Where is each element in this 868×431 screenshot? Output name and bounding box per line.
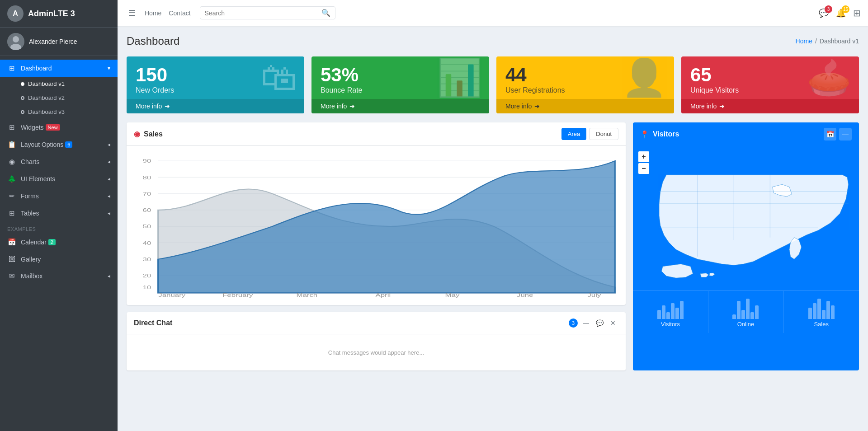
visitors-mini-chart bbox=[640, 296, 701, 319]
sidebar-item-tables[interactable]: ⊞ Tables ◂ bbox=[0, 205, 118, 222]
zoom-in-button[interactable]: + bbox=[638, 151, 649, 162]
search-input[interactable] bbox=[205, 9, 319, 17]
svg-text:January: January bbox=[158, 292, 186, 298]
info-box-orders: 150 New Orders 🛍 More info ➜ bbox=[127, 56, 304, 113]
count-badge: 6 bbox=[65, 141, 72, 148]
breadcrumb-current: Dashboard v1 bbox=[820, 37, 859, 45]
bar-chart-icon: 📊 bbox=[437, 60, 482, 96]
chart-bar bbox=[737, 301, 741, 319]
brand-name: AdminLTE 3 bbox=[28, 9, 75, 19]
brand: A AdminLTE 3 bbox=[0, 0, 118, 28]
sidebar-item-layout[interactable]: 📋 Layout Options 6 ◂ bbox=[0, 136, 118, 153]
sales-card-title: ◉ Sales bbox=[134, 130, 163, 138]
area-button[interactable]: Area bbox=[561, 128, 586, 140]
chart-bar bbox=[666, 312, 670, 319]
sidebar-item-charts[interactable]: ◉ Charts ◂ bbox=[0, 153, 118, 170]
direct-chat-title: Direct Chat bbox=[134, 319, 172, 327]
visitors-stat-label: Visitors bbox=[640, 321, 701, 328]
info-box-bounce: 53% Bounce Rate 📊 More info ➜ bbox=[311, 56, 489, 113]
dot-icon bbox=[21, 96, 24, 100]
online-stat-label: Online bbox=[716, 321, 776, 328]
apps-button[interactable]: ⊞ bbox=[853, 8, 861, 19]
visitors-tools: 📅 — bbox=[824, 128, 852, 141]
chart-container: 90 80 70 60 50 40 30 20 10 bbox=[134, 153, 618, 298]
close-button[interactable]: ✕ bbox=[608, 318, 618, 328]
chart-bar bbox=[671, 303, 675, 319]
svg-text:50: 50 bbox=[143, 224, 151, 230]
sidebar-item-dashboard-v2[interactable]: Dashboard v2 bbox=[0, 91, 118, 105]
sidebar-item-label: Dashboard bbox=[21, 65, 52, 72]
sidebar-item-widgets[interactable]: ⊞ Widgets New bbox=[0, 119, 118, 136]
chevron-left-icon: ◂ bbox=[108, 159, 110, 165]
sidebar-item-dashboard-v3[interactable]: Dashboard v3 bbox=[0, 105, 118, 119]
info-box-registrations: 44 User Registrations 👤 More info ➜ bbox=[496, 56, 674, 113]
svg-text:June: June bbox=[517, 292, 533, 298]
contact-link[interactable]: Contact bbox=[169, 9, 190, 17]
search-box[interactable]: 🔍 bbox=[200, 6, 335, 19]
visitors-more-info[interactable]: More info ➜ bbox=[681, 99, 859, 113]
content-header: Dashboard Home / Dashboard v1 bbox=[127, 35, 859, 47]
pie-chart-icon: ◉ bbox=[134, 130, 140, 138]
calendar-badge: 2 bbox=[48, 239, 56, 245]
minimize-button[interactable]: — bbox=[839, 128, 852, 141]
bounce-more-info[interactable]: More info ➜ bbox=[311, 99, 489, 113]
chat-count-badge: 3 bbox=[569, 319, 578, 328]
minimize-button[interactable]: — bbox=[580, 318, 591, 328]
calendar-icon: 📅 bbox=[7, 238, 16, 246]
direct-chat-card: Direct Chat 3 — 💬 ✕ Chat messages would … bbox=[127, 312, 626, 370]
zoom-out-button[interactable]: − bbox=[638, 163, 649, 174]
sidebar-item-ui-elements[interactable]: 🌲 UI Elements ◂ bbox=[0, 170, 118, 187]
notifications-button[interactable]: 🔔 15 bbox=[836, 8, 846, 18]
dot-icon bbox=[21, 82, 24, 86]
chat-bubble-button[interactable]: 💬 bbox=[594, 318, 605, 328]
breadcrumb-home[interactable]: Home bbox=[796, 37, 812, 45]
navbar-links: Home Contact bbox=[145, 9, 191, 17]
mailbox-icon: ✉ bbox=[7, 272, 16, 280]
info-box-visitors-content: 65 Unique Visitors 🥧 bbox=[681, 56, 859, 99]
messages-button[interactable]: 💬 3 bbox=[819, 8, 829, 18]
search-icon: 🔍 bbox=[321, 9, 330, 17]
svg-text:90: 90 bbox=[143, 158, 151, 164]
user-name: Alexander Pierce bbox=[29, 38, 77, 45]
orders-more-info[interactable]: More info ➜ bbox=[127, 99, 304, 113]
home-link[interactable]: Home bbox=[145, 9, 161, 17]
calendar-button[interactable]: 📅 bbox=[824, 128, 836, 141]
page-title: Dashboard bbox=[127, 35, 179, 47]
visitors-stats: Visitors Online bbox=[633, 290, 859, 333]
arrow-right-icon: ➜ bbox=[534, 103, 540, 110]
sidebar-item-mailbox[interactable]: ✉ Mailbox ◂ bbox=[0, 267, 118, 285]
widgets-icon: ⊞ bbox=[7, 123, 16, 131]
visitor-stat-visitors: Visitors bbox=[633, 291, 708, 333]
chart-bar bbox=[755, 305, 759, 319]
sidebar-item-gallery[interactable]: 🖼 Gallery bbox=[0, 251, 118, 267]
online-mini-chart bbox=[716, 296, 776, 319]
arrow-right-icon: ➜ bbox=[165, 103, 170, 110]
sidebar-item-calendar[interactable]: 📅 Calendar 2 bbox=[0, 234, 118, 251]
map-container: + − .usa-map path { fill: white; stroke:… bbox=[633, 146, 859, 290]
chart-bar bbox=[680, 301, 684, 319]
donut-button[interactable]: Donut bbox=[589, 128, 618, 140]
breadcrumb: Home / Dashboard v1 bbox=[796, 37, 859, 45]
visitors-card: 📍 Visitors 📅 — + − bbox=[633, 122, 859, 370]
sidebar-item-dashboard[interactable]: ⊞ Dashboard ▾ bbox=[0, 60, 118, 77]
svg-text:30: 30 bbox=[143, 256, 151, 262]
dashboard-icon: ⊞ bbox=[7, 64, 16, 72]
sales-card: ◉ Sales Area Donut 90 bbox=[127, 122, 626, 305]
chart-area: 90 80 70 60 50 40 30 20 10 bbox=[127, 146, 626, 305]
avatar bbox=[7, 33, 24, 50]
chart-bar bbox=[826, 301, 830, 319]
chevron-left-icon: ◂ bbox=[108, 273, 110, 279]
messages-badge: 3 bbox=[825, 5, 832, 13]
registrations-more-info[interactable]: More info ➜ bbox=[496, 99, 674, 113]
chat-body: Chat messages would appear here... bbox=[127, 334, 626, 370]
map-zoom-controls: + − bbox=[638, 151, 649, 174]
sidebar-toggle-button[interactable]: ☰ bbox=[125, 6, 139, 20]
sidebar-item-forms[interactable]: ✏ Forms ◂ bbox=[0, 187, 118, 205]
examples-section-title: EXAMPLES bbox=[0, 222, 118, 234]
svg-text:10: 10 bbox=[143, 284, 151, 290]
chart-bar bbox=[817, 299, 821, 319]
charts-icon: ◉ bbox=[7, 158, 16, 166]
visitors-title: 📍 Visitors bbox=[640, 130, 824, 139]
sidebar-item-dashboard-v1[interactable]: Dashboard v1 bbox=[0, 77, 118, 91]
arrow-right-icon: ➜ bbox=[349, 103, 355, 110]
